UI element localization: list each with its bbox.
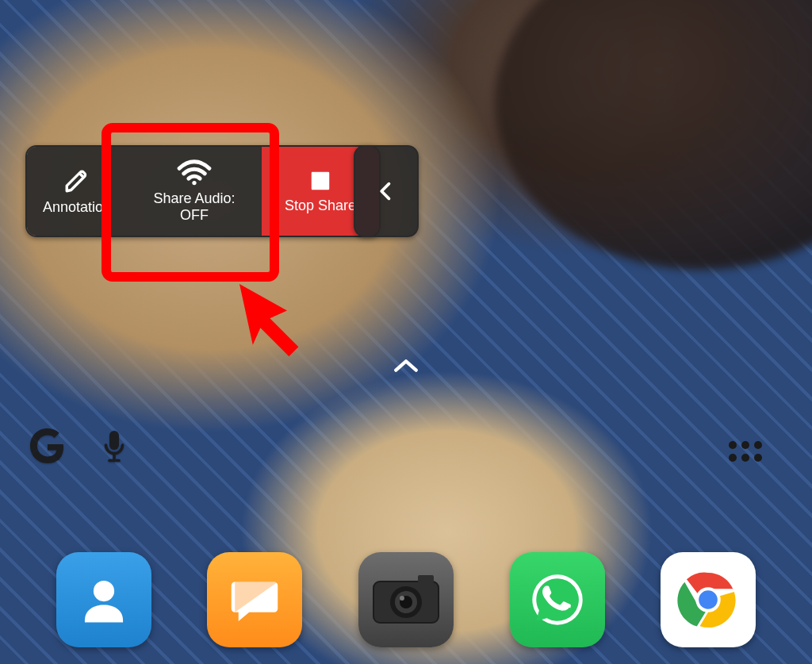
annotation-button[interactable]: Annotation (27, 147, 127, 236)
annotation-label: Annotation (43, 199, 111, 216)
share-audio-button[interactable]: Share Audio: OFF (127, 147, 262, 236)
svg-point-9 (729, 454, 737, 462)
svg-point-10 (741, 454, 749, 462)
messages-icon (226, 571, 283, 628)
svg-rect-15 (418, 575, 434, 583)
chevron-left-icon (375, 174, 397, 209)
svg-rect-1 (312, 171, 330, 190)
google-g-icon (29, 428, 67, 466)
dock (0, 548, 812, 651)
pencil-icon (63, 167, 90, 194)
camera-icon (372, 574, 440, 626)
svg-point-7 (741, 441, 749, 449)
svg-point-19 (400, 596, 404, 601)
screen-share-toolbar: Annotation Share Audio: OFF Stop Share (25, 145, 381, 237)
google-search-widget[interactable] (29, 428, 128, 466)
svg-point-0 (192, 181, 196, 185)
contacts-icon (76, 572, 132, 628)
collapse-toolbar-button[interactable] (354, 145, 419, 237)
chevron-up-icon (393, 357, 419, 374)
svg-point-8 (754, 441, 762, 449)
svg-point-12 (94, 581, 114, 601)
chrome-icon (675, 566, 741, 633)
microphone-icon[interactable] (100, 428, 128, 466)
wifi-icon (176, 159, 213, 186)
app-contacts[interactable] (56, 552, 151, 647)
stop-icon (308, 169, 332, 193)
svg-point-6 (729, 441, 737, 449)
svg-point-11 (754, 454, 762, 462)
share-audio-label: Share Audio: OFF (153, 190, 235, 223)
stop-share-label: Stop Share (285, 198, 356, 214)
app-drawer-dots-icon (726, 438, 764, 465)
app-drawer-button[interactable] (726, 438, 764, 465)
whatsapp-icon (527, 569, 588, 631)
app-chrome[interactable] (661, 552, 756, 647)
app-whatsapp[interactable] (510, 552, 605, 647)
app-camera[interactable] (358, 552, 454, 647)
app-messages[interactable] (207, 552, 302, 647)
svg-rect-3 (109, 431, 119, 450)
swipe-up-indicator[interactable] (393, 357, 419, 374)
